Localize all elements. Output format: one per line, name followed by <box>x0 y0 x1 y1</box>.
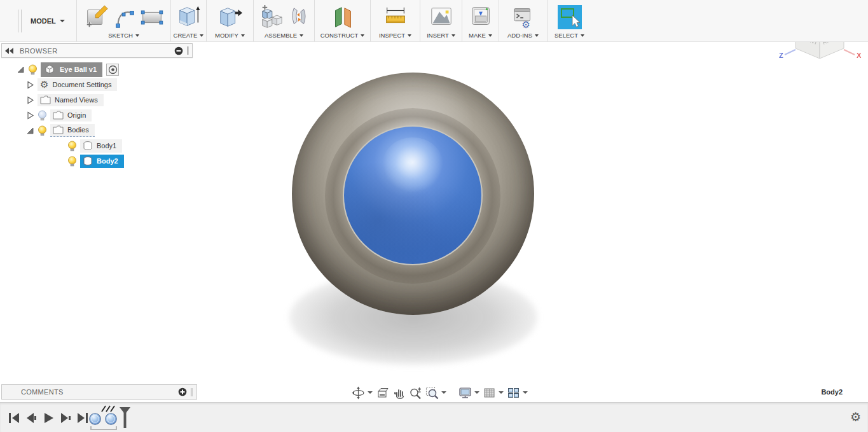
create-sketch-button[interactable] <box>84 4 109 31</box>
origin-label: Origin <box>67 111 86 119</box>
insert-dropdown[interactable]: INSERT <box>427 32 455 39</box>
look-at-icon <box>376 386 389 400</box>
tree-row-named-views[interactable]: Named Views <box>1 92 193 108</box>
workspace-dropdown[interactable]: MODEL <box>31 17 65 25</box>
body2-chip[interactable]: Body2 <box>80 155 124 168</box>
addins-dropdown[interactable]: ADD-INS <box>507 32 539 39</box>
make-button[interactable] <box>468 4 493 31</box>
make-dropdown[interactable]: MAKE <box>469 32 492 39</box>
addins-button[interactable]: ⚙ <box>511 4 536 31</box>
toolbar-grip[interactable] <box>18 10 22 32</box>
sketch-dropdown[interactable]: SKETCH <box>108 32 139 39</box>
collapsed-twisty-icon[interactable] <box>26 111 34 120</box>
collapse-panel-icon[interactable] <box>5 48 14 54</box>
sketch-arc-button[interactable] <box>114 4 135 31</box>
visibility-bulb-off-icon[interactable] <box>38 110 47 121</box>
gear-icon: ⚙ <box>40 80 48 89</box>
orbit-button[interactable] <box>350 385 366 400</box>
grid-icon <box>483 386 496 400</box>
document-settings-label: Document Settings <box>52 81 111 88</box>
toolbar-section-addins: ⚙ ADD-INS <box>499 0 547 41</box>
body1-chip[interactable]: Body1 <box>80 139 122 153</box>
bodies-folder-chip[interactable]: Bodies <box>50 124 95 137</box>
tree-row-origin[interactable]: Origin <box>1 108 193 123</box>
collapsed-twisty-icon[interactable] <box>26 96 34 104</box>
orbit-dropdown[interactable] <box>367 385 373 400</box>
eyeball-iris-body[interactable] <box>343 125 483 265</box>
folder-icon <box>40 95 51 104</box>
root-component-chip[interactable]: Eye Ball v1 <box>41 62 102 77</box>
pan-button[interactable] <box>391 385 406 400</box>
feature-group-bracket <box>90 426 117 430</box>
image-icon <box>429 4 454 31</box>
chevron-down-icon <box>581 34 584 37</box>
orbit-icon <box>352 386 365 400</box>
workspace-label: MODEL <box>31 17 56 25</box>
visibility-bulb-icon[interactable] <box>67 156 77 167</box>
tree-row-root-component[interactable]: Eye Ball v1 <box>1 62 193 77</box>
toolbar-section-insert: INSERT <box>420 0 462 41</box>
inspect-dropdown[interactable]: INSPECT <box>379 32 411 39</box>
zoom-icon <box>409 386 422 400</box>
toolbar-section-construct: CONSTRUCT <box>314 0 370 41</box>
tree-row-body1[interactable]: Body1 <box>1 138 193 153</box>
joint-icon <box>287 4 310 31</box>
timeline-playhead[interactable] <box>118 407 131 431</box>
modify-button[interactable] <box>217 4 244 31</box>
create-dropdown[interactable]: CREATE <box>174 32 204 39</box>
look-at-button[interactable] <box>375 385 390 400</box>
construct-dropdown[interactable]: CONSTRUCT <box>320 32 365 39</box>
select-dropdown[interactable]: SELECT <box>555 32 584 39</box>
modify-dropdown[interactable]: MODIFY <box>215 32 245 39</box>
chevron-down-icon <box>60 20 65 22</box>
timeline-feature-sphere-1[interactable] <box>88 412 102 426</box>
document-settings-chip[interactable]: ⚙ Document Settings <box>38 78 117 91</box>
fit-button[interactable] <box>424 385 439 400</box>
root-component-label: Eye Ball v1 <box>60 66 97 73</box>
body1-label: Body1 <box>97 142 116 150</box>
eyeball-sphere-body[interactable] <box>292 73 534 315</box>
origin-chip[interactable]: Origin <box>50 109 92 122</box>
grid-dropdown[interactable] <box>498 385 504 400</box>
expand-comments-icon[interactable] <box>178 387 187 396</box>
visibility-bulb-icon[interactable] <box>28 64 38 75</box>
inspect-button[interactable] <box>383 4 408 31</box>
grid-snap-button[interactable] <box>481 385 497 400</box>
viewports-dropdown[interactable] <box>522 385 528 400</box>
tree-row-bodies[interactable]: Bodies <box>1 123 193 138</box>
insert-button[interactable] <box>429 4 454 31</box>
main-toolbar: MODEL <box>0 0 868 42</box>
viewports-button[interactable] <box>506 385 521 400</box>
chevron-down-icon <box>535 34 539 37</box>
expanded-twisty-icon[interactable] <box>17 66 25 74</box>
assemble-dropdown[interactable]: ASSEMBLE <box>265 32 303 39</box>
folder-icon <box>53 111 64 120</box>
step-forward-button[interactable] <box>58 411 73 425</box>
new-component-button[interactable] <box>258 4 283 31</box>
step-back-button[interactable] <box>24 411 39 425</box>
panel-resize-grip[interactable] <box>187 46 189 55</box>
timeline-settings-gear[interactable]: ⚙ <box>850 411 861 423</box>
joint-button[interactable] <box>287 4 310 31</box>
browser-tree: Eye Ball v1 ⚙ Document Settings <box>1 58 193 169</box>
expanded-twisty-icon[interactable] <box>26 127 34 135</box>
tree-row-body2[interactable]: Body2 <box>1 153 193 169</box>
visibility-bulb-icon[interactable] <box>38 125 47 136</box>
zoom-button[interactable] <box>408 385 423 400</box>
collapsed-twisty-icon[interactable] <box>26 81 34 89</box>
activate-component-radio[interactable] <box>106 64 119 76</box>
go-to-start-button[interactable] <box>6 411 22 425</box>
minimize-panel-icon[interactable] <box>174 46 183 55</box>
display-settings-button[interactable] <box>457 385 472 400</box>
named-views-chip[interactable]: Named Views <box>38 94 104 106</box>
construct-button[interactable] <box>330 4 355 31</box>
visibility-bulb-icon[interactable] <box>67 141 77 151</box>
sketch-rectangle-button[interactable] <box>140 4 164 31</box>
fit-dropdown[interactable] <box>441 385 447 400</box>
select-button[interactable] <box>557 4 582 30</box>
play-button[interactable] <box>41 411 56 425</box>
panel-resize-grip[interactable] <box>191 388 193 396</box>
create-button[interactable] <box>176 4 202 31</box>
tree-row-document-settings[interactable]: ⚙ Document Settings <box>1 77 193 92</box>
display-dropdown[interactable] <box>474 385 480 400</box>
